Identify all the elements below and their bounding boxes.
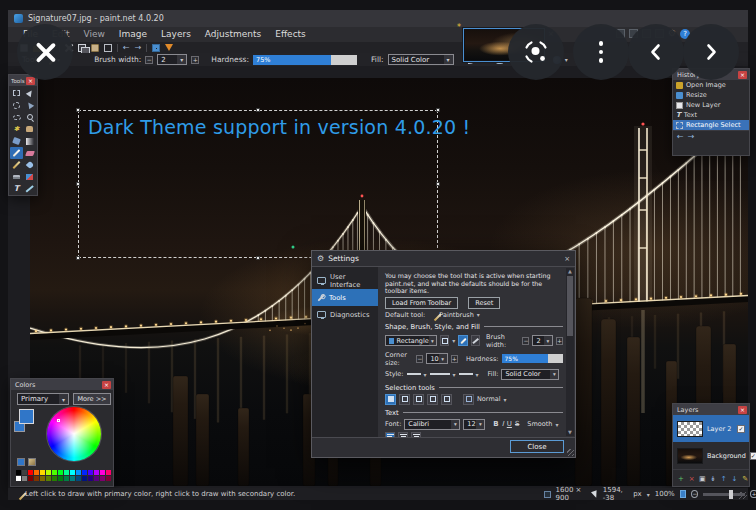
ellipse-select-tool[interactable] [10,111,23,123]
zoom-to-window-icon[interactable] [680,490,687,498]
text-render-mode-value[interactable]: Smooth [527,420,552,428]
color-wheel[interactable] [47,407,101,461]
clone-stamp-tool[interactable] [10,171,23,183]
menu-layers[interactable]: Layers [154,27,198,42]
settings-close-button[interactable]: Close [510,440,564,453]
palette-swatch[interactable] [106,476,111,481]
overlay-screenshot-button[interactable] [508,24,564,80]
dash-style-start-icon[interactable] [407,373,421,375]
primary-color-swatch[interactable] [19,409,34,424]
palette-swatch[interactable] [28,476,33,481]
lasso-select-tool[interactable] [10,99,23,111]
default-tool-dropdown-arrow-icon[interactable]: ▾ [477,311,480,318]
history-item-selected[interactable]: Rectangle Select [673,120,749,130]
history-item[interactable]: New Layer [673,100,749,110]
palette-swatch[interactable] [100,476,105,481]
layer2-visibility-checkbox[interactable]: ✓ [737,425,745,433]
palette-swatch[interactable] [34,476,39,481]
pan-tool[interactable] [23,123,36,135]
selection-replace-icon[interactable] [385,394,396,405]
menu-adjustments[interactable]: Adjustments [198,27,268,42]
dlg-brush-width-select[interactable]: 2▾ [532,335,553,346]
settings-tab-tools[interactable]: Tools [312,289,378,306]
zoom-tool[interactable] [23,111,36,123]
font-select[interactable]: Calibri▾ [404,419,460,430]
selection-xor-icon[interactable] [441,394,452,405]
history-item[interactable]: Open Image [673,80,749,90]
mini-palette-icon[interactable] [28,458,36,466]
brush-width-decrease-button[interactable]: − [145,56,153,64]
selection-add-icon[interactable] [399,394,410,405]
palette-swatch[interactable] [46,470,51,475]
palette-swatch[interactable] [52,476,57,481]
settings-tab-diagnostics[interactable]: Diagnostics [312,306,378,323]
zoom-out-icon[interactable]: − [691,490,698,498]
default-tool-value[interactable]: Paintbrush [439,311,474,319]
palette-swatch[interactable] [28,470,33,475]
dlg-fill-select[interactable]: Solid Color▾ [501,369,559,380]
history-undo-icon[interactable]: ← [677,133,684,141]
menu-effects[interactable]: Effects [268,27,313,42]
zoom-in-icon[interactable]: + [750,490,756,498]
gradient-tool[interactable] [23,135,36,147]
crop-icon[interactable] [104,44,112,52]
palette-swatch[interactable] [58,476,63,481]
text-tool[interactable]: T [10,183,23,195]
paste-icon[interactable] [91,44,99,52]
palette-swatch[interactable] [16,470,21,475]
history-panel-close-icon[interactable]: × [738,71,747,79]
selection-intersect-icon[interactable] [427,394,438,405]
corner-size-decrease[interactable]: − [416,355,423,363]
load-from-toolbar-button[interactable]: Load From Toolbar [385,297,458,309]
palette-swatch[interactable] [94,470,99,475]
overlay-menu-button[interactable] [573,24,629,80]
move-pixels-tool[interactable] [23,87,36,99]
background-visibility-checkbox[interactable]: ✓ [750,452,756,460]
draw-mode-dropdown-arrow-icon[interactable]: ▾ [452,337,455,344]
dash-style-end-icon[interactable] [459,373,473,375]
merge-down-icon[interactable]: ↡ [709,475,717,484]
selection-handle[interactable] [256,108,260,112]
add-layer-icon[interactable]: + [677,475,685,484]
move-selection-tool[interactable] [23,99,36,111]
brush-stroke-icon[interactable] [458,335,467,346]
dlg-brush-width-increase[interactable]: + [556,337,563,345]
palette-swatch[interactable] [88,470,93,475]
selection-clipping-dropdown-arrow-icon[interactable]: ▾ [565,56,568,63]
brush-width-increase-button[interactable]: + [191,56,199,64]
text-render-dropdown-arrow-icon[interactable]: ▾ [555,421,558,428]
bold-button[interactable]: B [493,420,498,428]
palette-swatch[interactable] [22,476,27,481]
font-size-select[interactable]: 12▾ [463,419,485,430]
corner-size-select[interactable]: 10▾ [426,353,447,364]
selection-handle[interactable] [256,256,260,260]
overlay-close-button[interactable] [17,24,73,80]
palette-swatch[interactable] [88,476,93,481]
mini-primary-swatch[interactable] [17,458,25,466]
settings-scrollbar[interactable]: ▲ ▼ [566,268,574,436]
color-picker-tool[interactable] [23,159,36,171]
delete-layer-icon[interactable]: × [688,475,696,484]
grid-icon[interactable] [152,44,160,52]
selection-handle[interactable] [436,108,440,112]
menu-view[interactable]: View [77,27,112,42]
history-redo-icon[interactable]: → [688,133,695,141]
selection-subtract-icon[interactable] [413,394,424,405]
duplicate-layer-icon[interactable]: ▣ [698,475,706,484]
palette-swatch[interactable] [106,470,111,475]
rectangle-select-tool[interactable] [10,87,23,99]
palette-swatch[interactable] [64,470,69,475]
hardness-slider[interactable]: 75% [253,55,357,65]
palette-swatch[interactable] [16,476,21,481]
units-value[interactable]: px [633,490,642,498]
underline-button[interactable]: U [507,420,512,428]
settings-tab-user-interface[interactable]: User Interface [312,272,378,289]
recolor-tool[interactable] [23,171,36,183]
palette-swatch[interactable] [40,470,45,475]
undo-icon[interactable]: ← [123,44,130,52]
selection-handle[interactable] [76,182,80,186]
layers-panel-close-icon[interactable]: × [738,406,747,414]
palette-swatch[interactable] [34,470,39,475]
pencil-tool[interactable] [10,159,23,171]
move-layer-down-icon[interactable]: ↓ [731,475,739,484]
